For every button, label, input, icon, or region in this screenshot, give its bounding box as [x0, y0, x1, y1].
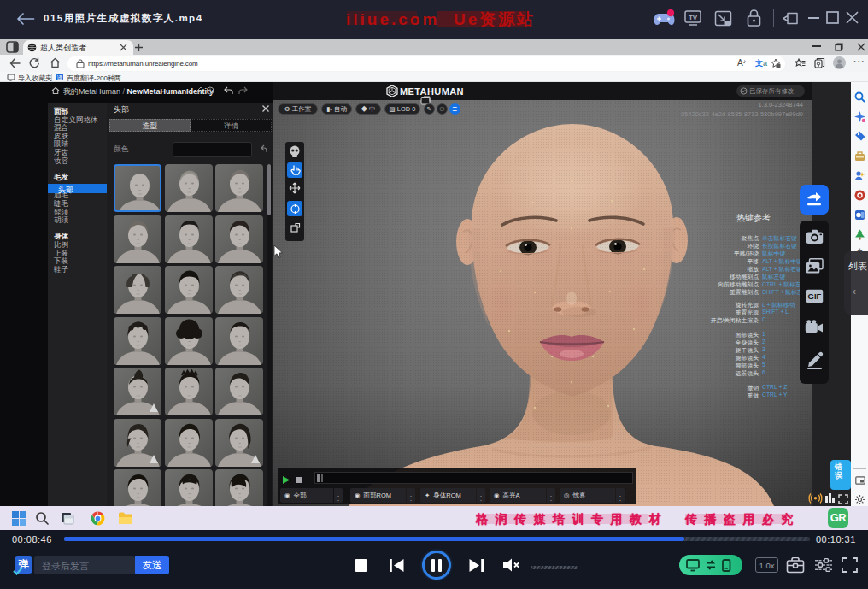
- svg-text:TV: TV: [689, 14, 698, 21]
- svg-text:METAHUMAN: METAHUMAN: [400, 86, 464, 97]
- svg-text:GIF: GIF: [808, 292, 822, 301]
